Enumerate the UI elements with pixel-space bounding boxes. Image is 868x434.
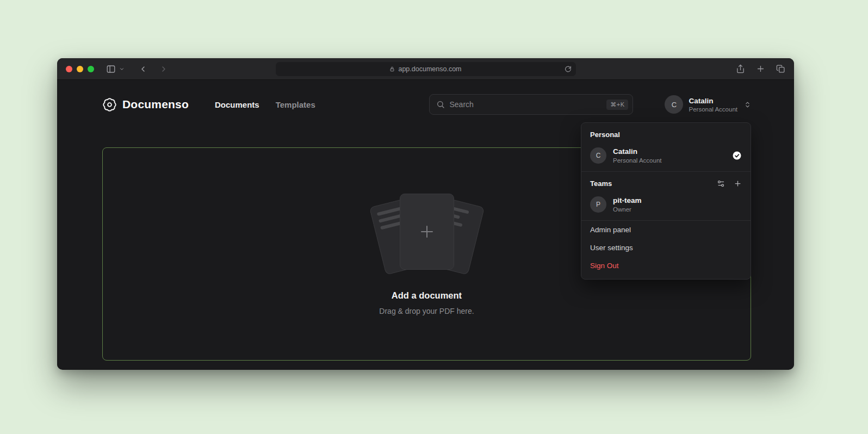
- sidebar-toggle-icon[interactable]: [106, 64, 116, 74]
- sidebar-chevron-down-icon[interactable]: [119, 66, 125, 72]
- search-bar[interactable]: ⌘+K: [429, 94, 633, 115]
- browser-toolbar: app.documenso.com: [57, 58, 794, 80]
- selected-check-icon: [732, 151, 742, 160]
- team-name: pit-team: [613, 196, 642, 204]
- illustration-card-center: [400, 194, 454, 270]
- chevron-up-down-icon: [744, 101, 751, 108]
- team-subtitle: Owner: [613, 206, 642, 213]
- personal-account-item[interactable]: C Catalin Personal Account: [581, 143, 751, 171]
- documents-illustration: [367, 193, 487, 274]
- app-content: Documenso Documents Templates ⌘+K C Cata…: [57, 80, 794, 369]
- minimize-window-button[interactable]: [77, 66, 83, 72]
- teams-section-label: Teams: [590, 179, 612, 188]
- team-text: pit-team Owner: [613, 196, 642, 213]
- personal-text: Catalin Personal Account: [613, 147, 662, 164]
- team-item[interactable]: P pit-team Owner: [581, 192, 751, 220]
- main-nav: Documents Templates: [215, 100, 315, 109]
- menu-item-sign-out[interactable]: Sign Out: [581, 257, 751, 275]
- tab-overview-icon[interactable]: [776, 64, 785, 73]
- dropzone-title: Add a document: [392, 290, 462, 301]
- team-avatar: P: [590, 196, 606, 213]
- share-icon[interactable]: [736, 64, 745, 73]
- brand[interactable]: Documenso: [102, 97, 189, 112]
- menu-item-admin-panel[interactable]: Admin panel: [581, 221, 751, 239]
- new-tab-icon[interactable]: [756, 64, 765, 73]
- forward-button-icon[interactable]: [159, 65, 168, 73]
- account-text: Catalin Personal Account: [689, 97, 737, 113]
- account-menu-trigger[interactable]: C Catalin Personal Account: [665, 95, 751, 114]
- back-button-icon[interactable]: [139, 65, 147, 73]
- brand-name: Documenso: [122, 98, 189, 111]
- url-text: app.documenso.com: [398, 65, 461, 73]
- personal-subtitle: Personal Account: [613, 157, 662, 164]
- add-team-icon[interactable]: [734, 179, 742, 188]
- personal-section-label: Personal: [581, 123, 751, 143]
- documenso-logo-icon: [102, 97, 117, 112]
- personal-name: Catalin: [613, 147, 662, 156]
- browser-window: app.documenso.com Documenso: [57, 58, 794, 370]
- menu-item-user-settings[interactable]: User settings: [581, 239, 751, 257]
- search-shortcut-badge: ⌘+K: [606, 100, 628, 110]
- search-icon: [436, 100, 445, 109]
- nav-documents[interactable]: Documents: [215, 100, 259, 109]
- dropzone-subtitle: Drag & drop your PDF here.: [379, 307, 474, 315]
- zoom-window-button[interactable]: [88, 66, 94, 72]
- account-name: Catalin: [689, 97, 737, 105]
- refresh-icon[interactable]: [565, 66, 572, 73]
- close-window-button[interactable]: [66, 66, 72, 72]
- address-bar[interactable]: app.documenso.com: [276, 62, 576, 76]
- manage-teams-icon[interactable]: [717, 179, 725, 188]
- account-avatar: C: [665, 95, 683, 114]
- personal-avatar: C: [590, 147, 606, 164]
- window-controls: [66, 66, 94, 72]
- account-dropdown-menu: Personal C Catalin Personal Account Team…: [581, 122, 751, 280]
- app-header: Documenso Documents Templates ⌘+K C Cata…: [102, 80, 751, 129]
- account-subtitle: Personal Account: [689, 106, 737, 113]
- toolbar-right-actions: [736, 64, 785, 73]
- plus-icon: [419, 224, 435, 240]
- nav-templates[interactable]: Templates: [276, 100, 315, 109]
- lock-icon: [389, 66, 395, 72]
- search-input[interactable]: [449, 100, 602, 109]
- teams-section-header: Teams: [581, 172, 751, 192]
